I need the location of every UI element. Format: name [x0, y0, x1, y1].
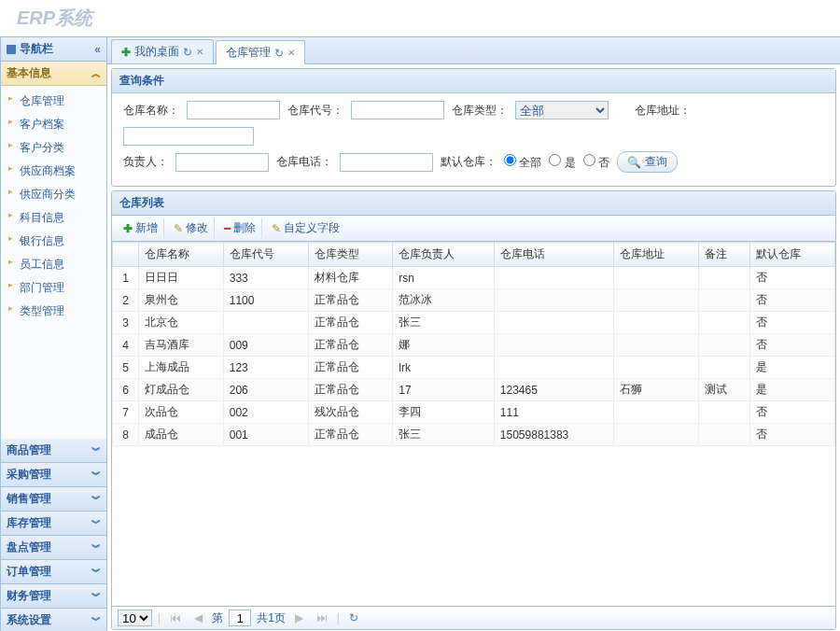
- phone-label: 仓库电话：: [276, 154, 332, 170]
- col-header-6[interactable]: 仓库地址: [614, 243, 699, 267]
- nav-item-7[interactable]: 员工信息: [1, 253, 106, 276]
- nav-section-5[interactable]: 盘点管理︾: [1, 536, 106, 560]
- table-row[interactable]: 8成品仓001正常品仓张三15059881383否: [113, 424, 835, 446]
- nav-section-3[interactable]: 销售管理︾: [1, 487, 106, 512]
- edit-button[interactable]: ✎修改: [168, 218, 215, 238]
- col-header-5[interactable]: 仓库电话: [494, 243, 614, 267]
- nav-section-7[interactable]: 财务管理︾: [1, 584, 106, 609]
- col-header-7[interactable]: 备注: [699, 243, 750, 267]
- refresh-button[interactable]: ↻: [345, 611, 362, 624]
- col-header-4[interactable]: 仓库负责人: [393, 243, 495, 267]
- col-header-0[interactable]: [113, 243, 139, 267]
- owner-input[interactable]: [175, 153, 269, 172]
- nav-header: 导航栏 «: [1, 37, 106, 62]
- addr-input[interactable]: [123, 127, 254, 146]
- col-header-1[interactable]: 仓库名称: [139, 243, 224, 267]
- delete-button[interactable]: ━删除: [218, 218, 262, 238]
- nav-section-6[interactable]: 订单管理︾: [1, 560, 106, 584]
- chevron-down-icon: ︾: [91, 590, 101, 603]
- table-row[interactable]: 6灯成品仓206正常品仓17123465石狮测试是: [113, 379, 835, 401]
- chevron-down-icon: ︾: [91, 444, 101, 457]
- nav-item-6[interactable]: 银行信息: [1, 230, 106, 253]
- nav-item-5[interactable]: 科目信息: [1, 206, 106, 230]
- owner-label: 负责人：: [123, 154, 168, 170]
- custom-fields-button[interactable]: ✎自定义字段: [266, 218, 345, 238]
- search-icon: 🔍: [627, 156, 641, 169]
- chevron-up-icon: ︽: [91, 67, 101, 80]
- first-page-button[interactable]: ⏮: [166, 611, 185, 624]
- nav-header-label: 导航栏: [20, 42, 53, 55]
- default-label: 默认仓库：: [441, 154, 497, 170]
- chevron-down-icon: ︾: [91, 493, 101, 506]
- col-header-2[interactable]: 仓库代号: [223, 243, 308, 267]
- nav-item-0[interactable]: 仓库管理: [1, 90, 106, 113]
- tab-bar: ✚我的桌面 ↻✕仓库管理 ↻✕: [107, 37, 840, 64]
- nav-item-1[interactable]: 客户档案: [1, 113, 106, 136]
- nav-section-0[interactable]: 基本信息︽: [1, 62, 106, 86]
- pager: 10 | ⏮ ◀ 第 共1页 ▶ ⏭ | ↻: [112, 606, 835, 629]
- plus-icon: ✚: [121, 46, 131, 59]
- delete-icon: ━: [224, 222, 231, 235]
- nav-item-4[interactable]: 供应商分类: [1, 183, 106, 206]
- radio-no[interactable]: 否: [583, 154, 609, 171]
- chevron-down-icon: ︾: [91, 541, 101, 554]
- tab-1[interactable]: 仓库管理 ↻✕: [216, 40, 305, 64]
- nav-item-3[interactable]: 供应商档案: [1, 160, 106, 183]
- chevron-down-icon: ︾: [91, 614, 101, 627]
- page-input[interactable]: [229, 610, 251, 626]
- tab-0[interactable]: ✚我的桌面 ↻✕: [111, 39, 214, 63]
- table-row[interactable]: 1日日日333材料仓库rsn否: [113, 267, 835, 289]
- type-label: 仓库类型：: [452, 103, 508, 119]
- table-row[interactable]: 3北京仓正常品仓张三否: [113, 312, 835, 334]
- search-panel: 查询条件 仓库名称： 仓库代号： 仓库类型： 全部 仓库地址： 负责人： 仓库电…: [111, 68, 836, 187]
- type-select[interactable]: 全部: [515, 101, 609, 119]
- code-input[interactable]: [351, 101, 444, 119]
- custom-icon: ✎: [272, 222, 281, 235]
- next-page-button[interactable]: ▶: [291, 611, 307, 624]
- add-icon: ✚: [123, 222, 133, 235]
- nav-section-8[interactable]: 系统设置︾: [1, 609, 106, 631]
- nav-section-1[interactable]: 商品管理︾: [1, 439, 106, 463]
- nav-section-4[interactable]: 库存管理︾: [1, 512, 106, 536]
- data-grid: 仓库名称仓库代号仓库类型仓库负责人仓库电话仓库地址备注默认仓库 1日日日333材…: [112, 242, 835, 446]
- table-row[interactable]: 5上海成品123正常品仓lrk是: [113, 357, 835, 379]
- name-input[interactable]: [187, 101, 280, 119]
- table-row[interactable]: 4吉马酒库009正常品仓娜否: [113, 334, 835, 357]
- nav-item-8[interactable]: 部门管理: [1, 276, 106, 300]
- menu-icon: [7, 45, 16, 54]
- total-pages-label: 共1页: [257, 610, 286, 626]
- search-button[interactable]: 🔍查询: [617, 151, 678, 173]
- table-row[interactable]: 7次品仓002残次品仓李四111否: [113, 401, 835, 424]
- collapse-icon[interactable]: «: [94, 43, 101, 56]
- close-icon[interactable]: ✕: [196, 47, 203, 57]
- search-panel-header: 查询条件: [112, 69, 835, 93]
- list-panel: 仓库列表 ✚新增 ✎修改 ━删除 ✎自定义字段 仓库名称仓库代号仓库类型仓库负责…: [111, 190, 836, 630]
- list-panel-header: 仓库列表: [112, 191, 835, 216]
- table-row[interactable]: 2泉州仓1100正常品仓范冰冰否: [113, 289, 835, 312]
- refresh-icon[interactable]: ↻: [183, 46, 192, 59]
- nav-section-2[interactable]: 采购管理︾: [1, 463, 106, 487]
- nav-item-9[interactable]: 类型管理: [1, 300, 106, 323]
- content-area: ✚我的桌面 ↻✕仓库管理 ↻✕ 查询条件 仓库名称： 仓库代号： 仓库类型： 全…: [107, 36, 840, 631]
- sidebar: 导航栏 « 基本信息︽仓库管理客户档案客户分类供应商档案供应商分类科目信息银行信…: [0, 36, 107, 631]
- radio-yes[interactable]: 是: [549, 154, 575, 171]
- add-button[interactable]: ✚新增: [118, 218, 164, 238]
- close-icon[interactable]: ✕: [287, 48, 295, 58]
- col-header-3[interactable]: 仓库类型: [308, 243, 393, 267]
- name-label: 仓库名称：: [123, 103, 179, 119]
- radio-all[interactable]: 全部: [504, 154, 541, 171]
- chevron-down-icon: ︾: [91, 566, 101, 579]
- phone-input[interactable]: [340, 153, 433, 172]
- col-header-8[interactable]: 默认仓库: [750, 243, 835, 267]
- toolbar: ✚新增 ✎修改 ━删除 ✎自定义字段: [112, 216, 835, 242]
- last-page-button[interactable]: ⏭: [313, 611, 331, 624]
- page-label: 第: [212, 610, 223, 626]
- addr-label: 仓库地址：: [635, 103, 691, 119]
- chevron-down-icon: ︾: [91, 517, 101, 530]
- app-title: ERP系统: [0, 0, 840, 36]
- refresh-icon[interactable]: ↻: [274, 47, 284, 60]
- nav-item-2[interactable]: 客户分类: [1, 136, 106, 160]
- prev-page-button[interactable]: ◀: [190, 611, 206, 624]
- page-size-select[interactable]: 10: [118, 610, 152, 626]
- chevron-down-icon: ︾: [91, 469, 101, 482]
